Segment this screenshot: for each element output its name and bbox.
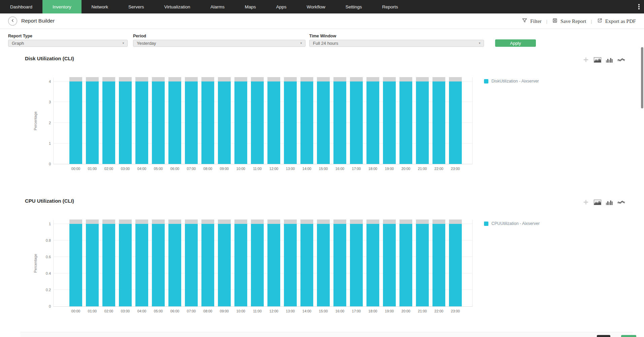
bar-cap: [102, 220, 115, 224]
bar-fill: [317, 81, 330, 164]
legend-item[interactable]: DiskUtilization - Aixserver: [484, 79, 539, 83]
bar-08:00[interactable]: [201, 77, 214, 164]
export-pdf-button[interactable]: Export as PDF: [597, 18, 636, 25]
report-panel-1: Disk Utilization (CLI)Percentage0123400:…: [20, 54, 633, 178]
partial-green-button[interactable]: [621, 335, 636, 337]
x-tick-label: 04:00: [133, 167, 150, 171]
bar-22:00[interactable]: [432, 220, 445, 306]
nav-item-alarms[interactable]: Alarms: [200, 0, 235, 13]
bar-03:00[interactable]: [119, 77, 132, 164]
bar-09:00[interactable]: [218, 77, 231, 164]
filter-label: Filter: [530, 18, 542, 24]
bar-07:00[interactable]: [185, 77, 198, 164]
nav-item-virtualization[interactable]: Virtualization: [154, 0, 200, 13]
kebab-menu-icon[interactable]: [637, 3, 641, 10]
bar-05:00[interactable]: [152, 77, 165, 164]
bar-11:00[interactable]: [251, 220, 264, 306]
bar-03:00[interactable]: [119, 220, 132, 306]
bar-02:00[interactable]: [102, 220, 115, 306]
bar-18:00[interactable]: [366, 220, 379, 306]
bar-23:00[interactable]: [449, 220, 462, 306]
bar-17:00[interactable]: [350, 220, 363, 306]
bar-15:00[interactable]: [317, 77, 330, 164]
x-tick-label: 04:00: [133, 309, 150, 313]
add-icon[interactable]: [583, 199, 589, 205]
apply-button[interactable]: Apply: [495, 39, 536, 47]
bar-chart-icon[interactable]: [606, 57, 613, 63]
bar-09:00[interactable]: [218, 220, 231, 306]
bar-11:00[interactable]: [251, 77, 264, 164]
area-chart-icon[interactable]: [594, 57, 601, 63]
bar-14:00[interactable]: [300, 220, 313, 306]
bar-07:00[interactable]: [185, 220, 198, 306]
nav-item-network[interactable]: Network: [82, 0, 119, 13]
y-tick-label: 4: [40, 79, 51, 83]
bar-fill: [251, 81, 264, 164]
bar-22:00[interactable]: [432, 77, 445, 164]
bar-20:00[interactable]: [399, 220, 412, 306]
caret-down-icon: ▼: [300, 42, 302, 45]
bar-08:00[interactable]: [201, 220, 214, 306]
bar-01:00[interactable]: [86, 77, 99, 164]
bar-13:00[interactable]: [284, 77, 297, 164]
x-tick-label: 17:00: [348, 309, 365, 313]
back-button[interactable]: [8, 16, 17, 26]
legend-item[interactable]: CPUUtilization - Aixserver: [484, 221, 540, 226]
bar-fill: [201, 224, 214, 306]
bar-20:00[interactable]: [399, 77, 412, 164]
bar-cap: [284, 220, 297, 224]
x-tick-label: 09:00: [216, 309, 233, 313]
bar-12:00[interactable]: [267, 220, 280, 306]
time-window-select[interactable]: Full 24 hours ▼: [309, 40, 484, 47]
bar-13:00[interactable]: [284, 220, 297, 306]
bar-19:00[interactable]: [383, 77, 396, 164]
period-select[interactable]: Yesterday ▼: [133, 40, 305, 47]
line-chart-icon[interactable]: [617, 57, 625, 62]
add-icon[interactable]: [583, 57, 589, 63]
bar-04:00[interactable]: [135, 77, 148, 164]
nav-item-apps[interactable]: Apps: [266, 0, 297, 13]
x-tick-label: 10:00: [232, 309, 249, 313]
bar-16:00[interactable]: [333, 220, 346, 306]
nav-item-workflow[interactable]: Workflow: [296, 0, 335, 13]
area-chart-icon[interactable]: [594, 200, 601, 205]
nav-item-inventory[interactable]: Inventory: [42, 0, 82, 13]
report-type-select[interactable]: Graph ▼: [8, 40, 128, 47]
bar-18:00[interactable]: [366, 77, 379, 164]
line-chart-icon[interactable]: [617, 200, 625, 205]
vertical-scrollbar-thumb[interactable]: [641, 47, 643, 108]
chart-type-toolbar: [583, 57, 625, 63]
nav-item-settings[interactable]: Settings: [335, 0, 372, 13]
nav-item-reports[interactable]: Reports: [372, 0, 408, 13]
bar-00:00[interactable]: [69, 77, 82, 164]
bar-19:00[interactable]: [383, 220, 396, 306]
nav-item-dashboard[interactable]: Dashboard: [0, 0, 42, 13]
bar-06:00[interactable]: [168, 77, 181, 164]
bar-10:00[interactable]: [234, 77, 247, 164]
bar-02:00[interactable]: [102, 77, 115, 164]
bar-16:00[interactable]: [333, 77, 346, 164]
bar-06:00[interactable]: [168, 220, 181, 306]
bar-15:00[interactable]: [317, 220, 330, 306]
bar-12:00[interactable]: [267, 77, 280, 164]
filter-button[interactable]: Filter: [522, 18, 542, 25]
bar-05:00[interactable]: [152, 220, 165, 306]
bar-chart-icon[interactable]: [606, 200, 613, 205]
nav-item-maps[interactable]: Maps: [235, 0, 266, 13]
bar-cap: [267, 220, 280, 224]
bar-14:00[interactable]: [300, 77, 313, 164]
bar-23:00[interactable]: [449, 77, 462, 164]
bar-21:00[interactable]: [416, 77, 429, 164]
nav-item-servers[interactable]: Servers: [118, 0, 154, 13]
bar-00:00[interactable]: [69, 220, 82, 306]
bar-21:00[interactable]: [416, 220, 429, 306]
bar-17:00[interactable]: [350, 77, 363, 164]
save-report-button[interactable]: Save Report: [552, 18, 586, 25]
partial-dark-button[interactable]: [597, 335, 610, 337]
bar-04:00[interactable]: [135, 220, 148, 306]
bar-10:00[interactable]: [234, 220, 247, 306]
bar-01:00[interactable]: [86, 220, 99, 306]
y-tick-label: 0.6: [40, 255, 51, 259]
bar-fill: [416, 224, 429, 306]
bar-fill: [399, 224, 412, 306]
